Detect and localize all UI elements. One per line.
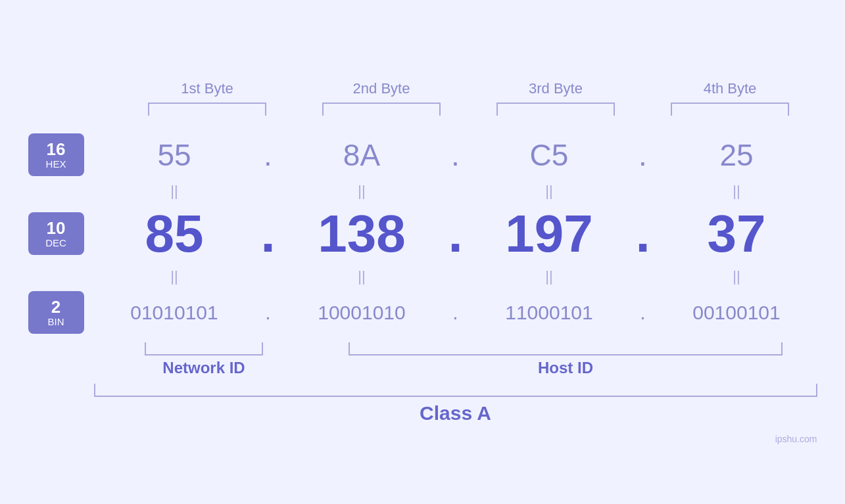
byte-label-3: 3rd Byte (469, 80, 643, 97)
class-bracket (94, 384, 817, 397)
bin-base-label: BIN (47, 316, 64, 327)
bin-values: 01010101 . 10001010 . 11000101 . 0010010… (94, 302, 817, 324)
dec-dot-2: . (443, 204, 469, 264)
bin-dot-1: . (255, 302, 281, 324)
class-section: Class A (94, 384, 817, 424)
hex-dot-1: . (255, 137, 281, 173)
dec-dot-1: . (255, 204, 281, 264)
class-label: Class A (94, 402, 817, 424)
byte-label-1: 1st Byte (120, 80, 295, 97)
hex-row: 16 HEX 55 . 8A . C5 . 25 (28, 129, 817, 181)
top-brackets-row (120, 103, 817, 116)
equals-row-2: || || || || (94, 267, 817, 286)
bracket-network (120, 342, 288, 355)
bin-badge: 2 BIN (28, 291, 84, 334)
hex-dot-2: . (443, 137, 469, 173)
hex-val-3: C5 (469, 137, 630, 173)
bin-val-4: 00100101 (656, 302, 817, 324)
bin-dot-3: . (630, 302, 656, 324)
dec-val-2: 138 (281, 204, 443, 264)
eq1-2: || (281, 183, 443, 200)
hex-dot-3: . (630, 137, 656, 173)
bin-val-2: 10001010 (281, 302, 443, 324)
eq2-4: || (656, 268, 817, 285)
hex-val-2: 8A (281, 137, 443, 173)
top-bracket-3 (469, 103, 643, 116)
hex-base-number: 16 (47, 140, 66, 159)
dec-val-3: 197 (469, 204, 630, 264)
eq2-1: || (94, 268, 255, 285)
bottom-brackets-row (120, 342, 817, 355)
hex-values: 55 . 8A . C5 . 25 (94, 137, 817, 173)
dec-row: 10 DEC 85 . 138 . 197 . 37 (28, 201, 817, 267)
dec-base-number: 10 (47, 219, 66, 238)
hex-base-label: HEX (46, 158, 66, 170)
host-id-label: Host ID (314, 359, 817, 377)
top-bracket-1 (120, 103, 295, 116)
ip-breakdown-container: 1st Byte 2nd Byte 3rd Byte 4th Byte 16 H… (28, 80, 817, 424)
top-bracket-2 (295, 103, 469, 116)
bin-row: 2 BIN 01010101 . 10001010 . 11000101 . 0… (28, 286, 817, 339)
dec-dot-3: . (630, 204, 656, 264)
dec-base-label: DEC (45, 237, 66, 248)
bin-val-3: 11000101 (469, 302, 630, 324)
hex-badge: 16 HEX (28, 133, 84, 176)
network-id-label: Network ID (120, 359, 288, 377)
eq2-2: || (281, 268, 443, 285)
eq2-3: || (469, 268, 630, 285)
eq1-1: || (94, 183, 255, 200)
bin-base-number: 2 (51, 298, 60, 317)
bin-dot-2: . (443, 302, 469, 324)
hex-val-4: 25 (656, 137, 817, 173)
eq1-3: || (469, 183, 630, 200)
dec-val-1: 85 (94, 204, 255, 264)
dec-badge: 10 DEC (28, 212, 84, 255)
equals-row-1: || || || || (94, 181, 817, 201)
bracket-host (314, 342, 817, 355)
dec-values: 85 . 138 . 197 . 37 (94, 204, 817, 264)
byte-labels-row: 1st Byte 2nd Byte 3rd Byte 4th Byte (120, 80, 817, 97)
byte-label-4: 4th Byte (643, 80, 817, 97)
byte-label-2: 2nd Byte (295, 80, 469, 97)
eq1-4: || (656, 183, 817, 200)
dec-val-4: 37 (656, 204, 817, 264)
hex-val-1: 55 (94, 137, 255, 173)
bin-val-1: 01010101 (94, 302, 255, 324)
id-labels-row: Network ID Host ID (120, 359, 817, 377)
watermark: ipshu.com (775, 434, 817, 444)
top-bracket-4 (643, 103, 817, 116)
